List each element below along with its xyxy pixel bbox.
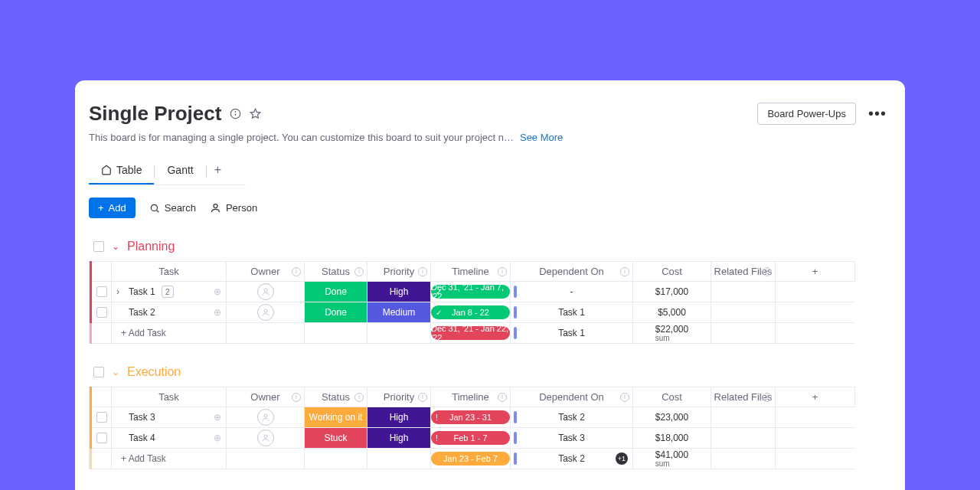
page-title: Single Project <box>89 102 221 126</box>
cost-cell[interactable]: $23,000 <box>633 407 711 428</box>
search-icon <box>149 203 160 214</box>
row-checkbox[interactable] <box>96 307 107 318</box>
star-icon[interactable] <box>249 108 261 120</box>
task-cell[interactable]: Task 4 ⊕ <box>112 428 227 449</box>
more-icon[interactable]: ••• <box>864 105 891 122</box>
row-checkbox[interactable] <box>96 286 107 297</box>
search-button[interactable]: Search <box>149 202 196 214</box>
tab-table[interactable]: Table <box>89 159 154 184</box>
svg-point-2 <box>235 112 236 113</box>
col-status[interactable]: Statusi <box>305 387 368 407</box>
info-icon[interactable]: i <box>620 393 629 402</box>
status-cell[interactable]: Done <box>305 302 368 323</box>
info-icon[interactable]: i <box>498 267 507 276</box>
row-checkbox[interactable] <box>96 433 107 443</box>
priority-cell[interactable]: Medium <box>368 302 431 323</box>
priority-cell[interactable]: High <box>368 428 431 449</box>
more-badge[interactable]: +1 <box>616 452 628 465</box>
col-priority[interactable]: Priorityi <box>368 261 431 282</box>
col-dependent[interactable]: Dependent Oni <box>511 387 633 407</box>
owner-cell[interactable] <box>227 282 305 302</box>
col-priority[interactable]: Priorityi <box>368 387 431 407</box>
col-dependent[interactable]: Dependent Oni <box>511 261 633 282</box>
group-title[interactable]: Planning <box>127 240 175 253</box>
group-checkbox[interactable] <box>93 241 104 252</box>
add-subitem-icon[interactable]: ⊕ <box>214 433 221 443</box>
add-tab-button[interactable]: + <box>207 158 229 185</box>
info-icon[interactable]: i <box>354 267 364 276</box>
cost-cell[interactable]: $17,000 <box>633 282 711 302</box>
info-icon[interactable]: i <box>354 393 364 402</box>
task-cell[interactable]: Task 2 ⊕ <box>112 302 227 323</box>
priority-cell[interactable]: High <box>368 282 431 302</box>
svg-marker-3 <box>250 109 260 118</box>
task-cell[interactable]: › Task 1 2 ⊕ <box>112 282 227 302</box>
cost-cell[interactable]: $18,000 <box>633 428 711 449</box>
person-filter-button[interactable]: Person <box>210 202 257 214</box>
info-icon[interactable]: i <box>418 267 427 276</box>
info-icon[interactable]: i <box>292 267 301 276</box>
add-task-button[interactable]: + Add Task <box>112 449 227 469</box>
info-icon[interactable]: i <box>292 393 301 402</box>
timeline-summary: Jan 23 - Feb 7 <box>431 449 511 469</box>
info-icon[interactable] <box>229 108 241 120</box>
tab-gantt[interactable]: Gantt <box>155 159 205 184</box>
info-icon[interactable]: i <box>763 393 772 402</box>
task-cell[interactable]: Task 3 ⊕ <box>112 407 227 428</box>
timeline-cell[interactable]: !Jan 23 - 31 <box>431 407 511 428</box>
info-icon[interactable]: i <box>418 393 427 402</box>
info-icon[interactable]: i <box>763 267 772 276</box>
cost-cell[interactable]: $5,000 <box>633 302 711 323</box>
priority-cell[interactable]: High <box>368 407 431 428</box>
dependent-cell[interactable]: - <box>511 282 633 302</box>
col-task[interactable]: Task <box>112 387 227 407</box>
col-cost[interactable]: Cost <box>633 261 711 282</box>
add-button[interactable]: + Add <box>89 198 136 218</box>
col-files[interactable]: Related Filesi <box>711 387 776 407</box>
row-checkbox[interactable] <box>96 412 107 423</box>
owner-cell[interactable] <box>227 302 305 323</box>
dependent-summary: Task 1 <box>511 323 633 344</box>
col-timeline[interactable]: Timelinei <box>431 261 511 282</box>
add-subitem-icon[interactable]: ⊕ <box>214 412 221 423</box>
files-cell[interactable] <box>711 407 776 428</box>
add-subitem-icon[interactable]: ⊕ <box>214 286 221 297</box>
status-cell[interactable]: Working on it <box>305 407 368 428</box>
chevron-down-icon[interactable]: ⌄ <box>112 367 119 377</box>
col-owner[interactable]: Owneri <box>227 387 305 407</box>
chevron-right-icon[interactable]: › <box>116 286 119 297</box>
board-power-ups-button[interactable]: Board Power-Ups <box>757 103 856 125</box>
timeline-cell[interactable]: ✓Dec 31, '21 - Jan 7, '22 <box>431 282 511 302</box>
add-column-button[interactable]: + <box>776 261 855 282</box>
info-icon[interactable]: i <box>620 267 629 276</box>
info-icon[interactable]: i <box>498 393 507 402</box>
files-cell[interactable] <box>711 302 776 323</box>
svg-point-9 <box>264 414 267 417</box>
add-column-button[interactable]: + <box>776 387 855 407</box>
timeline-summary: Dec 31, '21 - Jan 22, '22 <box>431 323 511 344</box>
group-title[interactable]: Execution <box>127 365 181 379</box>
dependent-cell[interactable]: Task 3 <box>511 428 633 449</box>
owner-cell[interactable] <box>227 407 305 428</box>
add-task-button[interactable]: + Add Task <box>112 323 227 344</box>
dependent-cell[interactable]: Task 2 <box>511 407 633 428</box>
col-cost[interactable]: Cost <box>633 387 711 407</box>
col-task[interactable]: Task <box>112 261 227 282</box>
files-cell[interactable] <box>711 428 776 449</box>
timeline-cell[interactable]: ✓Jan 8 - 22 <box>431 302 511 323</box>
status-cell[interactable]: Stuck <box>305 428 368 449</box>
owner-cell[interactable] <box>227 428 305 449</box>
timeline-cell[interactable]: !Feb 1 - 7 <box>431 428 511 449</box>
group-checkbox[interactable] <box>93 367 104 377</box>
svg-point-8 <box>264 309 267 312</box>
dependent-cell[interactable]: Task 1 <box>511 302 633 323</box>
col-timeline[interactable]: Timelinei <box>431 387 511 407</box>
add-subitem-icon[interactable]: ⊕ <box>214 307 221 318</box>
see-more-link[interactable]: See More <box>520 132 563 143</box>
col-files[interactable]: Related Filesi <box>711 261 776 282</box>
status-cell[interactable]: Done <box>305 282 368 302</box>
chevron-down-icon[interactable]: ⌄ <box>112 241 119 252</box>
col-owner[interactable]: Owneri <box>227 261 305 282</box>
col-status[interactable]: Statusi <box>305 261 368 282</box>
files-cell[interactable] <box>711 282 776 302</box>
